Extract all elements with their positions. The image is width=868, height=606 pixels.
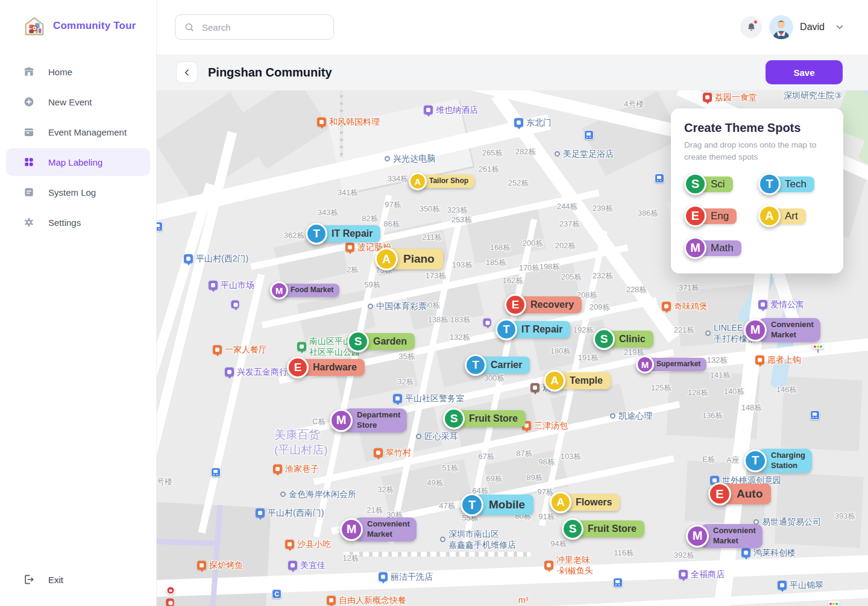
page-title: Pingshan Community bbox=[208, 66, 332, 80]
theme-chip-math[interactable]: MMath bbox=[684, 237, 757, 259]
poi-label: E栋 bbox=[702, 455, 715, 465]
map-poi: 平山市场 bbox=[209, 280, 254, 290]
map-marker-hardware[interactable]: EHardware bbox=[287, 357, 365, 378]
building-label: 94栋 bbox=[550, 539, 567, 549]
theme-chip-eng[interactable]: EEng bbox=[684, 205, 757, 227]
bus-stop-icon bbox=[810, 410, 820, 420]
map-marker-recovery[interactable]: ERecovery bbox=[505, 294, 582, 316]
map-marker-food-market[interactable]: MFood Market bbox=[270, 281, 339, 299]
building-label: 51栋 bbox=[442, 463, 458, 473]
building-label: 49栋 bbox=[427, 478, 443, 489]
user-menu-chevron-icon[interactable] bbox=[834, 22, 845, 33]
sidebar-item-home[interactable]: Home bbox=[6, 58, 150, 86]
poi-label: 自由人新概念快餐 bbox=[339, 595, 406, 605]
sidebar-item-map-labeling[interactable]: Map Labeling bbox=[6, 148, 150, 176]
save-button[interactable]: Save bbox=[766, 60, 843, 84]
map-canvas[interactable]: 334栋341栋343栋97栋82栋86栋362栋350栋323栋253栋211… bbox=[157, 90, 868, 606]
poi-pin-icon bbox=[285, 540, 294, 549]
sidebar-item-new-event[interactable]: New Event bbox=[6, 88, 150, 116]
building-label: 334栋 bbox=[388, 173, 409, 184]
map-marker-tailor-shop[interactable]: ATailor Shop bbox=[409, 172, 474, 190]
bus-stop-icon bbox=[584, 130, 594, 140]
map-marker-charging-station[interactable]: TCharging Station bbox=[744, 449, 812, 473]
theme-chip-letter: E bbox=[684, 205, 706, 227]
map-poi: 和风韩国料理 bbox=[317, 116, 380, 127]
restaurant-brand-icon bbox=[166, 586, 175, 595]
theme-chip-art[interactable]: AArt bbox=[758, 205, 831, 227]
map-marker-department-store[interactable]: MDepartment Store bbox=[330, 408, 407, 433]
building-label: 168栋 bbox=[490, 242, 511, 253]
map-marker-auto[interactable]: EAuto bbox=[708, 483, 771, 505]
map-poi: 4号楼 bbox=[624, 99, 644, 110]
building-label: 237栋 bbox=[559, 219, 580, 230]
search-box[interactable] bbox=[175, 14, 334, 40]
map-marker-fruit-store[interactable]: SFruit Store bbox=[443, 408, 526, 430]
poi-label: 平山锦翠 bbox=[790, 579, 823, 590]
map-marker-it-repair[interactable]: TIT Repair bbox=[306, 223, 380, 245]
sidebar-item-exit[interactable]: Exit bbox=[0, 573, 156, 606]
marker-label: IT Repair bbox=[319, 225, 380, 243]
map-marker-convenient-market[interactable]: MConvenient Market bbox=[744, 318, 820, 342]
poi-pin-icon bbox=[288, 561, 297, 570]
map-poi: 美康百货 (平山村店) bbox=[274, 428, 328, 457]
sidebar-item-settings[interactable]: Settings bbox=[6, 208, 150, 236]
poi-pin-icon bbox=[374, 448, 383, 457]
building-label: 252栋 bbox=[508, 178, 529, 189]
poi-label: 东北门 bbox=[526, 117, 552, 128]
notification-bell[interactable] bbox=[740, 16, 762, 38]
panel-title: Create Theme Spots bbox=[684, 121, 831, 135]
shop-pin-icon bbox=[231, 301, 239, 308]
poi-label: 金色海岸休闲会所 bbox=[289, 489, 356, 499]
map-poi: 沙县小吃 bbox=[285, 539, 331, 549]
poi-dot-icon bbox=[416, 434, 421, 439]
map-marker-fruit-store[interactable]: SFruit Store bbox=[562, 518, 644, 540]
poi-label: 和风韩国料理 bbox=[329, 116, 380, 127]
map-marker-flowers[interactable]: AFlowers bbox=[550, 492, 620, 513]
poi-dot-icon bbox=[555, 151, 560, 157]
map-marker-supermarket[interactable]: MSupermarket bbox=[636, 355, 706, 373]
search-icon bbox=[184, 22, 195, 33]
poi-label: 愿者上钩 bbox=[767, 354, 801, 365]
bus-stop-icon bbox=[157, 222, 163, 231]
back-button[interactable] bbox=[176, 61, 198, 83]
map-poi: 平山社区警务室 bbox=[393, 393, 464, 404]
bus-stop-icon bbox=[613, 578, 623, 587]
map-road bbox=[542, 589, 868, 606]
building-label: 148栋 bbox=[741, 402, 763, 413]
sidebar-item-event-management[interactable]: Event Management bbox=[6, 118, 150, 146]
map-poi: 凯途心理 bbox=[610, 410, 652, 421]
map-road bbox=[198, 273, 265, 533]
building-label: 97栋 bbox=[385, 199, 401, 210]
theme-chip-tech[interactable]: TTech bbox=[758, 173, 831, 195]
map-marker-clinic[interactable]: SClinic bbox=[593, 328, 653, 350]
page-header: Pingshan Community Save bbox=[157, 54, 868, 90]
map-marker-temple[interactable]: ATemple bbox=[544, 370, 611, 392]
poi-label: 探炉烤鱼 bbox=[209, 560, 243, 570]
map-marker-mobile[interactable]: TMobile bbox=[461, 493, 533, 516]
marker-label: Recovery bbox=[518, 296, 582, 314]
map-poi: 易世通贸易公司 bbox=[753, 516, 821, 527]
poi-pin-icon bbox=[679, 570, 688, 579]
map-poi: C栋 bbox=[312, 417, 326, 427]
theme-chip-sci[interactable]: SSci bbox=[684, 173, 757, 195]
bus-stop-icon bbox=[655, 173, 664, 183]
poi-label: 全福商店 bbox=[691, 569, 725, 579]
map-marker-convenient-market[interactable]: MConvenient Market bbox=[686, 524, 763, 548]
map-marker-it-repair[interactable]: TIT Repair bbox=[495, 319, 570, 340]
map-poi: 全福商店 bbox=[679, 569, 725, 579]
gear-icon bbox=[23, 216, 35, 228]
building-label: 253栋 bbox=[451, 214, 473, 225]
search-input[interactable] bbox=[201, 22, 315, 33]
map-marker-convenient-market[interactable]: MConvenient Market bbox=[340, 517, 417, 542]
chevron-left-icon bbox=[182, 67, 192, 78]
map-marker-garden[interactable]: SGarden bbox=[347, 331, 415, 352]
marker-label: Food Market bbox=[280, 284, 339, 297]
map-marker-carrier[interactable]: TCarrier bbox=[465, 354, 530, 376]
map-marker-piano[interactable]: APiano bbox=[375, 248, 443, 270]
sidebar-nav: HomeNew EventEvent ManagementMap Labelin… bbox=[0, 55, 156, 239]
sidebar-item-label: Map Labeling bbox=[48, 157, 102, 167]
create-theme-spots-panel: Create Theme Spots Drag and drop icons o… bbox=[671, 108, 843, 273]
building-label: 132栋 bbox=[450, 332, 471, 343]
avatar[interactable] bbox=[769, 15, 793, 39]
sidebar-item-system-log[interactable]: System Log bbox=[6, 178, 150, 206]
